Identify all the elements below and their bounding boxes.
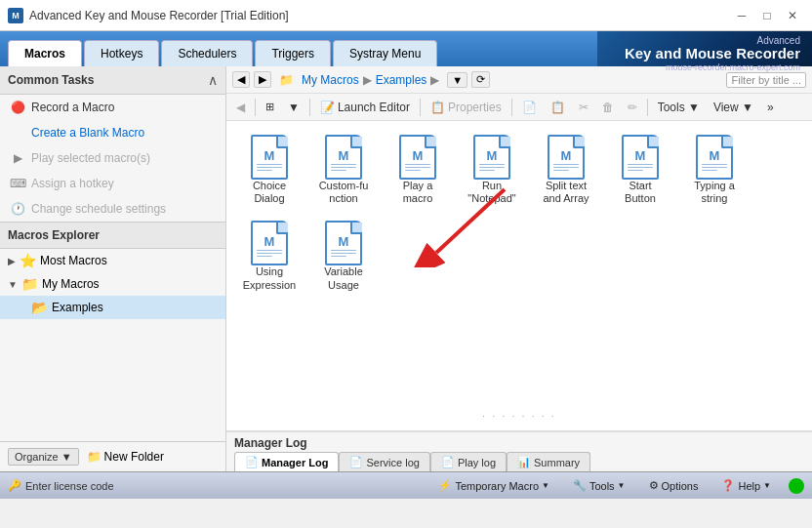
custom-function-label: Custom-function	[319, 180, 369, 205]
path-examples[interactable]: Examples	[376, 73, 427, 87]
more-label: »	[767, 101, 774, 114]
toolbar-dropdown-1-button[interactable]: ▼	[282, 99, 305, 116]
tab-systray[interactable]: Systray Menu	[333, 40, 437, 66]
tools-status-button[interactable]: 🔧 Tools ▼	[567, 477, 631, 494]
split-text-icon: M	[548, 135, 585, 180]
filter-box: Filter by title ...	[726, 72, 806, 88]
close-button[interactable]: ✕	[781, 6, 804, 25]
help-label: Help	[738, 480, 760, 492]
temporary-macro-button[interactable]: ⚡ Temporary Macro ▼	[432, 477, 555, 494]
tab-macros[interactable]: Macros	[8, 40, 82, 66]
toolbar-back-button[interactable]: ◀	[230, 99, 251, 116]
toolbar-copy-button[interactable]: 📄	[516, 99, 543, 116]
log-tab-manager[interactable]: 📄 Manager Log	[234, 452, 339, 471]
toolbar-rename-button[interactable]: ✏	[622, 99, 643, 116]
organize-button[interactable]: Organize ▼	[8, 448, 79, 466]
common-tasks-label: Common Tasks	[8, 73, 94, 87]
tabbar: Macros Hotkeys Schedulers Triggers Systr…	[0, 31, 812, 66]
start-button-icon: M	[622, 135, 659, 180]
refresh-button[interactable]: ⟳	[471, 71, 490, 88]
sidebar-item-record[interactable]: 🔴 Record a Macro	[0, 95, 225, 120]
tools-wrench-icon: 🔧	[573, 479, 587, 492]
back-button[interactable]: ◀	[232, 71, 250, 88]
run-notepad-icon: M	[473, 135, 510, 180]
path-dropdown-button[interactable]: ▼	[447, 72, 467, 88]
summary-label: Summary	[534, 457, 580, 468]
star-icon: ⭐	[20, 253, 36, 268]
summary-icon: 📊	[517, 456, 531, 468]
more-button[interactable]: »	[761, 99, 780, 116]
properties-button[interactable]: 📋 Properties	[425, 99, 508, 116]
create-icon	[10, 125, 25, 141]
folder-icon: 📁	[21, 276, 38, 292]
help-button[interactable]: ❓ Help ▼	[715, 477, 777, 494]
macro-split-text[interactable]: M Split textand Array	[531, 129, 601, 211]
dots-indicator: · · · · · · · ·	[482, 409, 556, 423]
service-log-icon: 📄	[349, 456, 363, 468]
path-icon: 📁	[279, 73, 294, 87]
macro-play-macro[interactable]: M Play amacro	[383, 129, 453, 211]
tree-item-most-macros[interactable]: ▶ ⭐ Most Macros	[0, 249, 225, 272]
new-folder-button[interactable]: 📁 New Folder	[87, 450, 164, 464]
choice-dialog-icon: M	[251, 135, 288, 180]
sidebar-item-create[interactable]: Create a Blank Macro	[0, 120, 225, 145]
play-macro-label: Play amacro	[403, 180, 433, 205]
license-label: Enter license code	[25, 480, 114, 492]
sidebar-item-schedule[interactable]: 🕐 Change schedule settings	[0, 196, 225, 222]
titlebar-left: M Advanced Key and Mouse Recorder [Trial…	[8, 8, 289, 23]
toolbar-cut-button[interactable]: ✂	[573, 99, 594, 116]
log-tab-play[interactable]: 📄 Play log	[430, 452, 507, 471]
toolbar: ◀ ⊞ ▼ 📝 Launch Editor 📋 Properties 📄 📋 ✂…	[226, 94, 812, 121]
choice-dialog-label: ChoiceDialog	[253, 180, 286, 205]
record-label: Record a Macro	[31, 101, 114, 114]
path-my-macros[interactable]: My Macros	[302, 73, 359, 87]
toolbar-sep-3	[420, 99, 421, 116]
brand-area: Advanced Key and Mouse Recorder mouse-re…	[625, 35, 800, 72]
view-dropdown-button[interactable]: View ▼	[708, 99, 759, 116]
macro-run-notepad[interactable]: M Run"Notepad"	[457, 129, 527, 211]
temp-macro-arrow-icon: ▼	[542, 481, 549, 490]
tree-item-my-macros[interactable]: ▼ 📁 My Macros	[0, 272, 225, 296]
typing-string-label: Typing astring	[694, 180, 735, 205]
toolbar-paste-button[interactable]: 📋	[545, 99, 571, 116]
log-tab-service[interactable]: 📄 Service log	[339, 452, 429, 471]
macro-start-button[interactable]: M StartButton	[605, 129, 675, 211]
tab-triggers[interactable]: Triggers	[255, 40, 331, 66]
options-gear-icon: ⚙	[649, 479, 659, 492]
icons-view-button[interactable]: ⊞	[260, 99, 280, 115]
breadcrumb: My Macros ▶ Examples ▶	[302, 73, 439, 87]
log-tab-summary[interactable]: 📊 Summary	[507, 452, 590, 471]
maximize-button[interactable]: □	[755, 6, 779, 25]
macro-using-expression[interactable]: M UsingExpression	[234, 215, 304, 297]
tab-schedulers[interactable]: Schedulers	[161, 40, 253, 66]
play-log-label: Play log	[458, 457, 496, 468]
collapse-common-tasks-button[interactable]: ∧	[208, 72, 218, 88]
minimize-button[interactable]: ─	[730, 6, 753, 25]
manager-log-icon: 📄	[245, 456, 259, 468]
examples-label: Examples	[52, 301, 103, 314]
play-icon: ▶	[10, 150, 25, 166]
play-macro-icon: M	[399, 135, 436, 180]
macro-custom-function[interactable]: M Custom-function	[308, 129, 379, 211]
options-button[interactable]: ⚙ Options	[643, 477, 705, 494]
sidebar-item-hotkey[interactable]: ⌨ Assign a hotkey	[0, 171, 225, 196]
toolbar-sep-4	[511, 99, 512, 116]
macro-variable-usage[interactable]: M VariableUsage	[308, 215, 379, 297]
launch-editor-button[interactable]: 📝 Launch Editor	[314, 99, 416, 116]
sidebar-item-play[interactable]: ▶ Play selected macro(s)	[0, 145, 225, 171]
titlebar: M Advanced Key and Mouse Recorder [Trial…	[0, 0, 812, 31]
tree-item-examples[interactable]: 📂 Examples	[0, 296, 225, 319]
status-license[interactable]: 🔑 Enter license code	[8, 479, 114, 492]
toolbar-delete-button[interactable]: 🗑	[596, 99, 620, 116]
forward-button[interactable]: ▶	[254, 71, 271, 88]
sidebar-bottom: Organize ▼ 📁 New Folder	[0, 441, 225, 471]
tools-dropdown-button[interactable]: Tools ▼	[652, 99, 706, 116]
split-text-label: Split textand Array	[543, 180, 589, 205]
play-label: Play selected macro(s)	[31, 151, 150, 165]
tools-arrow-icon: ▼	[618, 481, 626, 490]
tab-hotkeys[interactable]: Hotkeys	[84, 40, 159, 66]
macro-choice-dialog[interactable]: M ChoiceDialog	[234, 129, 304, 211]
manager-log-label: Manager Log	[262, 457, 328, 468]
hotkey-label: Assign a hotkey	[31, 177, 114, 190]
macro-typing-string[interactable]: M Typing astring	[679, 129, 750, 211]
